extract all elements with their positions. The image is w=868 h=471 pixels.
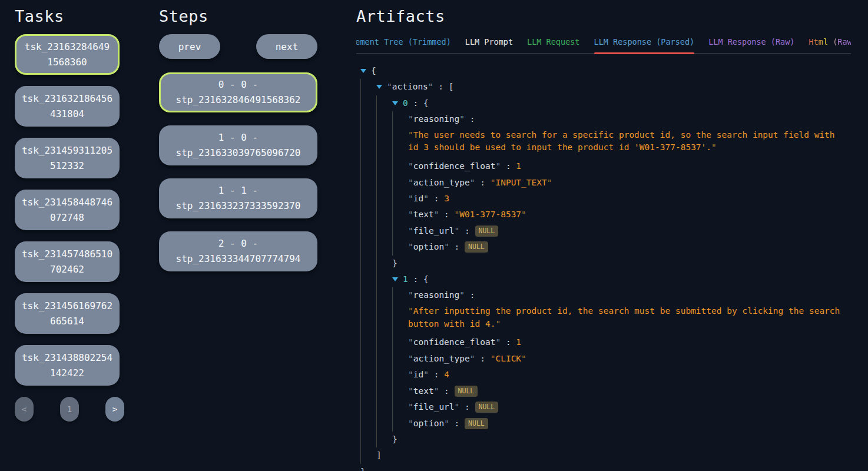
step-button-1[interactable]: 1 - 0 - stp_231633039765096720: [159, 125, 317, 165]
next-step-button[interactable]: next: [256, 34, 317, 59]
tree-token: :: [433, 82, 449, 91]
tree-row-content: "file_url" : NULL: [408, 399, 498, 415]
tree-token: CLICK: [495, 354, 521, 363]
pagination-page-1-button[interactable]: 1: [60, 397, 79, 422]
tree-token: :: [475, 178, 491, 187]
task-button-0[interactable]: tsk_231632846491568360: [15, 34, 120, 75]
tree-token: ": [408, 114, 413, 124]
tree-token: :: [439, 386, 454, 396]
indent-guide: [392, 207, 408, 223]
tree-token: file_url: [413, 402, 455, 412]
tree-row-content: "id" : 4: [408, 367, 449, 383]
tree-token: action_type: [413, 178, 470, 187]
tree-token: {: [371, 66, 376, 75]
indent-guide: [360, 256, 376, 271]
tree-token: 3: [444, 194, 449, 203]
artifacts-panel: Artifacts Element Tree (Trimmed)LLM Prom…: [356, 7, 851, 471]
indent-guide: [376, 432, 392, 447]
collapse-arrow-icon[interactable]: [392, 271, 403, 287]
indent-guide: [376, 207, 392, 223]
task-button-4[interactable]: tsk_231457486510702462: [15, 241, 120, 282]
step-button-3[interactable]: 2 - 0 - stp_231633344707774794: [159, 231, 317, 271]
pagination-next-button[interactable]: >: [105, 397, 124, 422]
indent-guide: [376, 223, 392, 239]
collapse-arrow-icon[interactable]: [376, 79, 387, 95]
tab-html-raw[interactable]: Html (Raw): [809, 37, 852, 53]
tree-row-content: "confidence_float" : 1: [408, 158, 521, 174]
tree-row-content: ]: [376, 447, 382, 463]
tree-token: ": [408, 210, 413, 219]
indent-guide: [360, 175, 376, 191]
indent-guide: [376, 191, 392, 207]
tree-row: "option" : NULL: [360, 239, 851, 255]
indent-guide: [360, 95, 376, 111]
tree-row-content: "confidence_float" : 1: [408, 334, 521, 350]
step-list: 0 - 0 - stp_2316328464915683621 - 0 - st…: [159, 72, 317, 271]
tab-list: Element Tree (Trimmed)LLM PromptLLM Requ…: [356, 37, 851, 54]
tree-token: option: [413, 242, 444, 251]
tab-llm-response-parsed[interactable]: LLM Response (Parsed): [594, 37, 695, 53]
task-button-1[interactable]: tsk_231632186456431804: [15, 86, 120, 127]
tree-row-content: "text" : "W01-377-8537": [408, 207, 526, 223]
task-button-5[interactable]: tsk_231456169762665614: [15, 293, 120, 334]
tree-token: ": [423, 194, 429, 203]
tree-row: }: [360, 432, 851, 447]
tree-row-content: "action_type" : "INPUT_TEXT": [408, 175, 552, 191]
prev-step-button[interactable]: prev: [159, 34, 220, 59]
null-badge: NULL: [475, 402, 499, 413]
tree-row-content: 1 : {: [403, 271, 429, 287]
tab-llm-response-raw[interactable]: LLM Response (Raw): [708, 37, 794, 53]
pagination-prev-button[interactable]: <: [15, 397, 34, 422]
indent-guide: [376, 128, 392, 159]
collapse-arrow-icon[interactable]: [392, 95, 403, 111]
tree-row-content: "reasoning" :: [408, 111, 475, 127]
tasks-pagination: < 1 >: [15, 397, 124, 422]
tree-row: "file_url" : NULL: [360, 223, 851, 239]
tree-token: W01-377-8537: [459, 210, 521, 219]
tree-row-content: {: [371, 63, 376, 79]
tree-token: ": [408, 386, 413, 396]
tree-token: ": [459, 114, 465, 124]
tree-token: ": [495, 319, 501, 329]
tree-token: ": [408, 161, 413, 171]
indent-guide: [392, 351, 408, 367]
tab-element-tree-trimmed[interactable]: Element Tree (Trimmed): [356, 37, 451, 53]
tree-token: ]: [376, 450, 382, 460]
tree-row: "action_type" : "INPUT_TEXT": [360, 175, 851, 191]
steps-nav: prev next: [159, 34, 317, 59]
tab-llm-request[interactable]: LLM Request: [527, 37, 579, 53]
tree-token: ": [521, 210, 526, 219]
tree-row-content: "actions" : [: [387, 79, 454, 95]
tree-row: "confidence_float" : 1: [360, 158, 851, 174]
tree-token: :: [449, 242, 465, 251]
tab-llm-prompt[interactable]: LLM Prompt: [465, 37, 513, 53]
tree-token: The user needs to search for a specific …: [408, 130, 835, 152]
tree-token: ": [408, 370, 413, 379]
tree-row-content: }: [360, 464, 366, 471]
tree-token: :: [408, 274, 423, 284]
tree-token: ": [408, 290, 413, 300]
indent-guide: [392, 128, 408, 159]
tree-token: ": [455, 226, 460, 236]
indent-guide: [376, 175, 392, 191]
tree-token: id: [413, 370, 423, 379]
task-button-6[interactable]: tsk_231438802254142422: [15, 345, 120, 386]
step-button-2[interactable]: 1 - 1 - stp_231633237333592370: [159, 178, 317, 218]
tree-row-content: "The user needs to search for a specific…: [408, 128, 849, 159]
task-button-3[interactable]: tsk_231458448746072748: [15, 190, 120, 230]
tree-token: ": [408, 354, 413, 363]
tree-token: confidence_float: [413, 161, 496, 171]
collapse-arrow-icon[interactable]: [360, 63, 371, 79]
task-button-2[interactable]: tsk_231459311205512332: [15, 138, 120, 178]
indent-guide: [376, 416, 392, 432]
tree-row-content: "option" : NULL: [408, 416, 488, 432]
indent-guide: [360, 271, 376, 287]
indent-guide: [360, 304, 376, 335]
indent-guide: [376, 111, 392, 127]
tree-token: INPUT_TEXT: [495, 178, 546, 187]
indent-guide: [392, 111, 408, 127]
tree-token: ": [408, 242, 413, 251]
step-button-0[interactable]: 0 - 0 - stp_231632846491568362: [159, 72, 317, 112]
indent-guide: [360, 158, 376, 174]
tree-token: confidence_float: [413, 337, 496, 347]
